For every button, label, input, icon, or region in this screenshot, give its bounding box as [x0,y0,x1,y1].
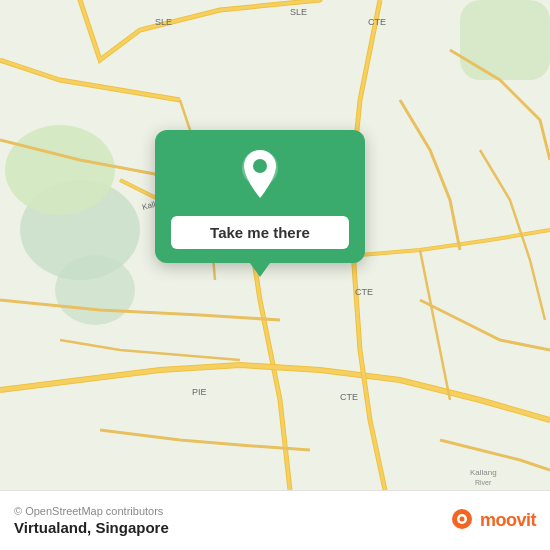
svg-text:River: River [475,479,492,486]
svg-text:CTE: CTE [340,392,358,402]
moovit-icon [448,507,476,535]
bottom-left-info: © OpenStreetMap contributors Virtualand,… [14,505,169,536]
moovit-label: moovit [480,510,536,531]
take-me-there-button[interactable]: Take me there [171,216,349,249]
location-name: Virtualand, Singapore [14,519,169,536]
svg-text:Kallang: Kallang [470,468,497,477]
svg-text:PIE: PIE [192,387,207,397]
svg-text:CTE: CTE [355,287,373,297]
moovit-logo[interactable]: moovit [448,507,536,535]
map-attribution: © OpenStreetMap contributors [14,505,169,517]
svg-text:SLE: SLE [290,7,307,17]
svg-text:SLE: SLE [155,17,172,27]
svg-rect-4 [460,0,550,80]
svg-text:CTE: CTE [368,17,386,27]
svg-point-18 [459,516,464,521]
location-pin-icon [238,148,282,204]
svg-point-2 [55,255,135,325]
popup-card: Take me there [155,130,365,263]
bottom-bar: © OpenStreetMap contributors Virtualand,… [0,490,550,550]
map-container: SLE SLE CTE CTE PIE CTE Kallang Kallang … [0,0,550,490]
svg-point-15 [253,159,267,173]
svg-point-3 [5,125,115,215]
